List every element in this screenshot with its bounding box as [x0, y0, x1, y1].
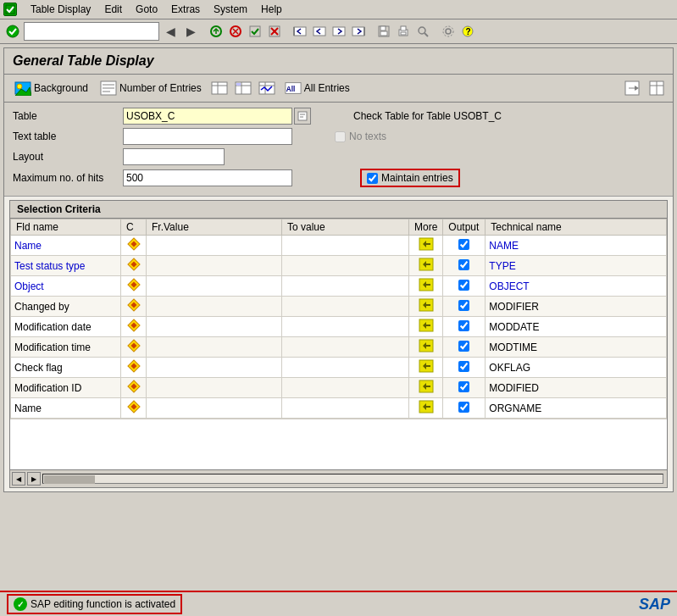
more-arrow-btn[interactable] — [419, 384, 434, 396]
forward-button[interactable]: ▶ — [181, 22, 200, 41]
diamond-icon[interactable] — [127, 282, 141, 294]
fr-value-cell[interactable] — [147, 337, 282, 358]
max-hits-row: Maximum no. of hits Maintain entries — [13, 169, 664, 187]
more-arrow-btn[interactable] — [419, 282, 434, 294]
last-page-btn[interactable] — [349, 22, 368, 41]
to-value-cell[interactable] — [282, 276, 409, 297]
more-arrow-btn[interactable] — [419, 262, 434, 274]
diamond-icon[interactable] — [127, 302, 141, 314]
all-entries-icon: All — [285, 80, 302, 97]
menu-extras[interactable]: Extras — [164, 2, 207, 17]
to-value-cell[interactable] — [282, 317, 409, 337]
max-hits-input[interactable] — [123, 169, 292, 186]
more-arrow-btn[interactable] — [419, 404, 434, 416]
to-value-cell[interactable] — [282, 337, 409, 358]
settings-btn[interactable] — [439, 22, 458, 41]
menu-help[interactable]: Help — [254, 2, 289, 17]
fr-value-cell[interactable] — [147, 236, 282, 256]
table-header-row: Fld name C Fr.Value To value More Output… — [11, 219, 667, 236]
no-texts-area: No texts — [335, 130, 402, 142]
table-icon-1[interactable] — [210, 79, 229, 97]
output-checkbox[interactable] — [458, 361, 469, 372]
scroll-right-btn[interactable]: ▶ — [27, 472, 41, 486]
help-btn[interactable]: ? — [458, 22, 477, 41]
toolbar-btn-3[interactable] — [246, 22, 264, 41]
menu-goto[interactable]: Goto — [129, 2, 164, 17]
fr-value-cell[interactable] — [147, 358, 282, 378]
all-entries-button[interactable]: All All Entries — [281, 78, 353, 98]
fr-value-cell[interactable] — [147, 378, 282, 398]
back-arrow-icon: ◀ — [166, 25, 175, 38]
more-arrow-btn[interactable] — [419, 363, 434, 375]
diamond-icon[interactable] — [127, 241, 141, 253]
more-arrow-btn[interactable] — [419, 302, 434, 314]
prev-page-btn[interactable] — [310, 22, 329, 41]
form-area: Table Check Table for Table USOBT_C Text… — [4, 103, 673, 197]
toolbar-btn-2[interactable] — [226, 22, 245, 41]
command-input[interactable] — [24, 22, 159, 41]
menu-system[interactable]: System — [207, 2, 254, 17]
diamond-icon[interactable] — [127, 363, 141, 375]
table-input[interactable] — [123, 108, 292, 125]
find-btn[interactable] — [413, 22, 432, 41]
output-checkbox[interactable] — [458, 239, 469, 250]
fr-value-cell[interactable] — [147, 317, 282, 337]
save-btn[interactable] — [375, 22, 393, 41]
check-button[interactable] — [3, 22, 22, 41]
output-checkbox[interactable] — [458, 300, 469, 311]
number-of-entries-button[interactable]: Number of Entries — [97, 78, 205, 98]
to-value-cell[interactable] — [282, 398, 409, 419]
diamond-icon[interactable] — [127, 323, 141, 335]
to-value-cell[interactable] — [282, 236, 409, 256]
to-value-cell[interactable] — [282, 358, 409, 378]
scroll-left-btn[interactable]: ◀ — [12, 472, 25, 486]
more-arrow-btn[interactable] — [419, 323, 434, 335]
toolbar-btn-4[interactable] — [265, 22, 284, 41]
output-checkbox[interactable] — [458, 280, 469, 291]
diamond-icon[interactable] — [127, 404, 141, 416]
toolbar-btn-1[interactable] — [207, 22, 225, 41]
more-arrow-btn[interactable] — [419, 241, 434, 253]
scroll-track[interactable] — [42, 474, 663, 484]
no-texts-checkbox[interactable] — [335, 131, 346, 142]
output-checkbox[interactable] — [458, 341, 469, 352]
output-checkbox[interactable] — [458, 320, 469, 331]
output-checkbox[interactable] — [458, 381, 469, 392]
first-page-btn[interactable] — [291, 22, 309, 41]
text-table-input[interactable] — [123, 128, 292, 145]
to-value-cell[interactable] — [282, 378, 409, 398]
background-button[interactable]: Background — [11, 78, 92, 98]
layout-icon[interactable] — [647, 79, 666, 97]
maintain-entries-checkbox[interactable] — [367, 173, 378, 184]
more-cell — [409, 337, 443, 358]
fr-value-cell[interactable] — [147, 256, 282, 276]
output-checkbox[interactable] — [458, 259, 469, 270]
layout-input[interactable] — [123, 148, 225, 165]
output-checkbox[interactable] — [458, 402, 469, 413]
status-message: SAP editing function is activated — [31, 598, 175, 610]
to-value-cell[interactable] — [282, 297, 409, 317]
table-search-btn[interactable] — [294, 108, 311, 125]
table-icon-3[interactable] — [258, 79, 276, 97]
table-icon-2[interactable] — [234, 79, 252, 97]
back-button[interactable]: ◀ — [161, 22, 180, 41]
fr-value-cell[interactable] — [147, 398, 282, 419]
menu-edit[interactable]: Edit — [97, 2, 129, 17]
col-to-value: To value — [282, 219, 409, 236]
diamond-icon[interactable] — [127, 384, 141, 396]
more-arrow-btn[interactable] — [419, 343, 434, 355]
more-cell — [409, 358, 443, 378]
diamond-icon[interactable] — [127, 343, 141, 355]
field-name-link[interactable]: Object — [14, 280, 44, 292]
print-btn[interactable] — [394, 22, 413, 41]
field-name-link[interactable]: Test status type — [14, 260, 85, 272]
transfer-icon[interactable] — [624, 79, 642, 97]
fr-value-cell[interactable] — [147, 297, 282, 317]
to-value-cell[interactable] — [282, 256, 409, 276]
next-page-btn[interactable] — [330, 22, 348, 41]
diamond-icon[interactable] — [127, 262, 141, 274]
menu-table-display[interactable]: Table Display — [24, 2, 97, 17]
c-cell — [121, 297, 147, 317]
field-name-link[interactable]: Name — [14, 240, 42, 252]
fr-value-cell[interactable] — [147, 276, 282, 297]
